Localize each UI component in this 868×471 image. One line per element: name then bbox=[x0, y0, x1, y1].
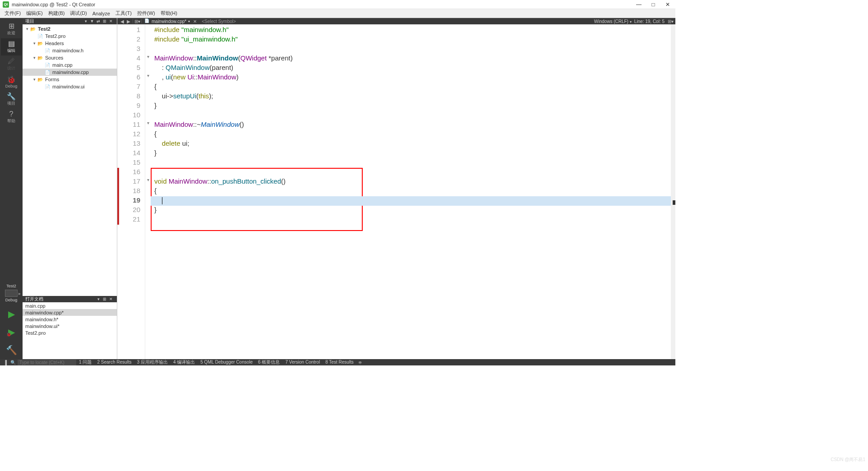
output-tab-8[interactable]: 8 Test Results bbox=[323, 360, 356, 365]
code-line[interactable]: { bbox=[151, 187, 671, 196]
line-number[interactable]: 20 bbox=[119, 206, 145, 215]
menu-文件F[interactable]: 文件(F) bbox=[2, 9, 23, 18]
fold-toggle[interactable]: ▾ bbox=[145, 120, 151, 130]
kit-selector[interactable]: Test2 Debug bbox=[5, 282, 18, 305]
symbol-selector[interactable]: <Select Symbol> bbox=[202, 19, 236, 24]
open-docs-split-icon[interactable]: ⊞ bbox=[102, 297, 108, 301]
run-button[interactable]: ▶ bbox=[8, 309, 15, 319]
open-doc-mainwindow.h*[interactable]: mainwindow.h* bbox=[23, 316, 117, 323]
filter-button[interactable]: ▼ bbox=[89, 19, 95, 23]
line-col-status[interactable]: Line: 19, Col: 5 bbox=[634, 19, 665, 24]
tree-item-Headers[interactable]: ▾📂Headers bbox=[23, 40, 117, 47]
tree-item-mainwindow.cpp[interactable]: ▸📄mainwindow.cpp bbox=[23, 69, 117, 76]
code-line[interactable] bbox=[151, 111, 671, 120]
debug-run-button[interactable]: ▶🐞 bbox=[8, 327, 15, 337]
nav-back-button[interactable]: ◀ bbox=[119, 19, 125, 24]
line-number[interactable]: 18 bbox=[119, 187, 145, 196]
mode-项目[interactable]: 🔧项目 bbox=[1, 91, 22, 108]
code-line[interactable]: void MainWindow::on_pushButton_clicked() bbox=[151, 177, 671, 187]
close-button[interactable]: ✕ bbox=[665, 1, 671, 8]
code-line[interactable]: : QMainWindow(parent) bbox=[151, 64, 671, 73]
code-line[interactable]: ui->setupUi(this); bbox=[151, 92, 671, 102]
encoding-selector[interactable]: Windows (CRLF) ▾ bbox=[594, 19, 632, 24]
expand-icon[interactable]: ▾ bbox=[24, 27, 30, 31]
split-menu-icon[interactable]: ⊞▾ bbox=[134, 19, 140, 24]
code-line[interactable] bbox=[151, 158, 671, 168]
menu-工具T[interactable]: 工具(T) bbox=[113, 9, 134, 18]
editor-split-icon[interactable]: ⊞▾ bbox=[667, 19, 674, 24]
fold-toggle[interactable]: ▾ bbox=[145, 73, 151, 83]
output-tab-2[interactable]: 2 Search Results bbox=[94, 360, 134, 365]
file-selector[interactable]: 📄 mainwindow.cpp* ▾ bbox=[143, 18, 192, 24]
mode-Debug[interactable]: 🐞Debug bbox=[1, 74, 22, 91]
code-line[interactable] bbox=[151, 196, 671, 206]
minimap-scrollbar[interactable] bbox=[671, 24, 675, 359]
line-number[interactable]: 9 bbox=[119, 102, 145, 111]
code-line[interactable] bbox=[151, 215, 671, 225]
open-docs-close-icon[interactable]: ✕ bbox=[108, 297, 114, 301]
line-number[interactable]: 13 bbox=[119, 139, 145, 149]
tree-item-Test2[interactable]: ▾📂Test2 bbox=[23, 25, 117, 32]
open-doc-main.cpp[interactable]: main.cpp bbox=[23, 302, 117, 309]
code-line[interactable]: { bbox=[151, 130, 671, 139]
code-line[interactable] bbox=[151, 168, 671, 177]
split-icon[interactable]: ⊞ bbox=[102, 19, 108, 23]
line-number[interactable]: 19 bbox=[119, 196, 145, 206]
maximize-button[interactable]: □ bbox=[650, 1, 656, 8]
tree-item-mainwindow.h[interactable]: ▸📄mainwindow.h bbox=[23, 47, 117, 54]
line-number[interactable]: 7 bbox=[119, 83, 145, 92]
code-editor[interactable]: 123456789101112131415161718192021 ▾▾▾▾ #… bbox=[117, 24, 675, 359]
menu-控件W[interactable]: 控件(W) bbox=[134, 9, 158, 18]
line-gutter[interactable]: 123456789101112131415161718192021 bbox=[119, 24, 145, 359]
nav-forward-button[interactable]: ▶ bbox=[125, 19, 132, 24]
line-number[interactable]: 16 bbox=[119, 168, 145, 177]
mode-帮助[interactable]: ?帮助 bbox=[1, 109, 22, 126]
code-line[interactable]: } bbox=[151, 149, 671, 158]
line-number[interactable]: 8 bbox=[119, 92, 145, 102]
line-number[interactable]: 11 bbox=[119, 120, 145, 130]
build-button[interactable]: 🔨 bbox=[6, 345, 17, 356]
output-tab-1[interactable]: 1 问题 bbox=[76, 360, 94, 365]
fold-column[interactable]: ▾▾▾▾ bbox=[145, 24, 151, 359]
menu-Analyze[interactable]: Analyze bbox=[90, 10, 113, 17]
open-docs-list[interactable]: main.cppmainwindow.cpp*mainwindow.h*main… bbox=[23, 302, 117, 359]
line-number[interactable]: 6 bbox=[119, 73, 145, 83]
output-menu-icon[interactable]: ≑ bbox=[356, 360, 364, 365]
line-number[interactable]: 1 bbox=[119, 26, 145, 35]
line-number[interactable]: 21 bbox=[119, 215, 145, 225]
output-tab-6[interactable]: 6 概要信息 bbox=[255, 360, 282, 365]
code-line[interactable]: , ui(new Ui::MainWindow) bbox=[151, 73, 671, 83]
open-doc-mainwindow.ui*[interactable]: mainwindow.ui* bbox=[23, 323, 117, 329]
code-line[interactable] bbox=[151, 45, 671, 54]
line-number[interactable]: 12 bbox=[119, 130, 145, 139]
locator-input[interactable] bbox=[18, 360, 76, 365]
menu-构建B[interactable]: 构建(B) bbox=[46, 9, 68, 18]
output-tab-4[interactable]: 4 编译输出 bbox=[171, 360, 198, 365]
code-area[interactable]: #include "mainwindow.h"#include "ui_main… bbox=[151, 24, 671, 359]
menu-调试D[interactable]: 调试(D) bbox=[67, 9, 89, 18]
code-line[interactable]: } bbox=[151, 102, 671, 111]
sync-icon[interactable]: ⇄ bbox=[95, 19, 102, 23]
line-number[interactable]: 15 bbox=[119, 158, 145, 168]
line-number[interactable]: 17 bbox=[119, 177, 145, 187]
code-line[interactable]: delete ui; bbox=[151, 139, 671, 149]
menu-帮助H[interactable]: 帮助(H) bbox=[158, 9, 180, 18]
minimize-button[interactable]: — bbox=[636, 1, 642, 8]
output-tab-7[interactable]: 7 Version Control bbox=[282, 360, 323, 365]
line-number[interactable]: 2 bbox=[119, 35, 145, 45]
tree-item-Forms[interactable]: ▾📂Forms bbox=[23, 76, 117, 83]
tree-item-main.cpp[interactable]: ▸📄main.cpp bbox=[23, 61, 117, 69]
menu-编辑E[interactable]: 编辑(E) bbox=[23, 9, 46, 18]
tree-item-Test2.pro[interactable]: ▸📄Test2.pro bbox=[23, 32, 117, 40]
line-number[interactable]: 5 bbox=[119, 64, 145, 73]
close-file-button[interactable]: ✕ bbox=[192, 19, 198, 24]
tree-item-Sources[interactable]: ▾📂Sources bbox=[23, 54, 117, 61]
line-number[interactable]: 4 bbox=[119, 54, 145, 64]
line-number[interactable]: 10 bbox=[119, 111, 145, 120]
open-doc-mainwindow.cpp*[interactable]: mainwindow.cpp* bbox=[23, 309, 117, 316]
toggle-side-button[interactable]: ▐ bbox=[2, 360, 9, 365]
fold-toggle[interactable]: ▾ bbox=[145, 54, 151, 64]
output-tab-5[interactable]: 5 QML Debugger Console bbox=[198, 360, 255, 365]
output-tab-3[interactable]: 3 应用程序输出 bbox=[134, 360, 171, 365]
expand-icon[interactable]: ▾ bbox=[32, 41, 37, 46]
